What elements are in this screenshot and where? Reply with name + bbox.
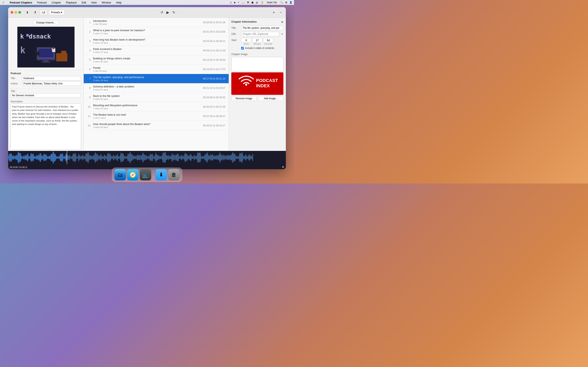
- minutes-input[interactable]: [252, 38, 262, 42]
- chapter-title-input[interactable]: [11, 93, 81, 98]
- svg-rect-416: [167, 156, 168, 159]
- close-button[interactable]: [11, 11, 13, 14]
- chapter-info-4: Parts involved in Beaker 4 mins 27 secs: [93, 48, 200, 53]
- waveform-settings-icon[interactable]: ⚙: [282, 166, 284, 168]
- menu-app-name[interactable]: Podcast Chapters: [8, 1, 34, 4]
- dock-remote-desktop[interactable]: 📺: [140, 169, 151, 180]
- play-button[interactable]: ▶: [166, 10, 169, 15]
- description-textarea[interactable]: Paul Frazee returns to discuss the evolu…: [11, 104, 81, 150]
- chapter-row-1[interactable]: 1 Introduction 1 min 39 secs 00:00:00 to…: [84, 18, 229, 27]
- svg-rect-443: [178, 154, 179, 160]
- waveform-section[interactable]: 00:16:00 / 01:06:21 ⚙: [8, 151, 286, 169]
- add-image-button[interactable]: Add Image...: [258, 96, 284, 101]
- raindrop-icon[interactable]: ◈: [234, 1, 236, 4]
- svg-rect-60: [22, 156, 22, 159]
- chapter-row-3[interactable]: 3 How long has Beaker been in developmen…: [84, 36, 229, 46]
- svg-rect-401: [161, 156, 162, 159]
- chapter-row-6[interactable]: 6 Feeds 1 min 53 secs 00:16:00 to 00:17:…: [84, 65, 229, 74]
- battery-icon[interactable]: 🔋: [261, 1, 264, 4]
- svg-rect-84: [32, 154, 32, 161]
- hours-field: Hours: [241, 38, 251, 45]
- chapter-image-section: Chapter Image PODCAST INDE: [231, 53, 283, 101]
- dock-finder[interactable]: 🗂: [114, 169, 126, 180]
- svg-rect-337: [135, 156, 135, 159]
- podcast-author-row: Author: [11, 81, 81, 86]
- svg-rect-37: [13, 156, 13, 159]
- share-export-button[interactable]: ⬆︎: [32, 10, 38, 15]
- chapter-row-4[interactable]: 4 Parts involved in Beaker 4 mins 27 sec…: [84, 46, 229, 55]
- expand-chapter-info-button[interactable]: ▶: [282, 20, 283, 23]
- menu-window[interactable]: Window: [100, 1, 112, 4]
- menu-edit[interactable]: Edit: [80, 1, 87, 4]
- speaker-button[interactable]: 📢: [40, 10, 47, 15]
- share-up-button[interactable]: ⬆: [24, 10, 30, 15]
- remove-image-button[interactable]: Remove Image: [231, 96, 257, 101]
- maximize-button[interactable]: [18, 11, 21, 14]
- add-chapter-button[interactable]: +: [271, 10, 277, 15]
- menu-playback[interactable]: Playback: [65, 1, 78, 4]
- chapter-row-11[interactable]: 11 The Beaker beta is out now! 1 min 2 s…: [84, 111, 229, 121]
- svg-rect-525: [212, 155, 212, 160]
- svg-rect-225: [89, 156, 90, 159]
- chapter-row-9[interactable]: 9 Back to the file system 3 mins 54 secs…: [84, 93, 229, 102]
- menu-chapter[interactable]: Chapter: [51, 1, 62, 4]
- svg-rect-228: [91, 156, 91, 159]
- book-icon[interactable]: 📖: [242, 1, 245, 4]
- change-artwork-button[interactable]: Change Artwork...: [33, 20, 59, 25]
- toc-checkbox[interactable]: [241, 47, 244, 50]
- dropbox-icon[interactable]: ◇: [230, 1, 232, 4]
- chapter-title-field-input[interactable]: [241, 26, 283, 30]
- search-icon[interactable]: 🔍: [280, 1, 283, 4]
- svg-rect-360: [145, 155, 145, 160]
- apple-menu[interactable]: : [2, 1, 5, 4]
- chapter-row-5[interactable]: 5 Building on things others create 2 min…: [84, 55, 229, 65]
- seconds-input[interactable]: [263, 38, 273, 42]
- dock-downloads[interactable]: ⬇: [156, 169, 167, 180]
- svg-rect-448: [181, 157, 181, 158]
- presets-button[interactable]: Presets ▾: [49, 10, 65, 15]
- chapter-row-12[interactable]: 12 How should people think about the Bea…: [84, 121, 229, 130]
- chapter-time-7: 00:17:54 to 00:21:10: [203, 77, 225, 80]
- podcast-title-input[interactable]: [22, 76, 81, 81]
- svg-rect-210: [83, 156, 84, 159]
- podcast-author-input[interactable]: [22, 81, 81, 86]
- svg-rect-412: [166, 155, 166, 161]
- menu-help[interactable]: Help: [115, 1, 123, 4]
- forward-button[interactable]: ↻: [173, 10, 175, 14]
- check-icon[interactable]: ✓: [238, 1, 240, 4]
- control-center-icon[interactable]: ⊞: [285, 1, 287, 4]
- svg-rect-215: [85, 154, 86, 160]
- volume-icon[interactable]: 🔊: [256, 1, 259, 4]
- svg-rect-376: [151, 155, 151, 160]
- menu-view[interactable]: View: [90, 1, 98, 4]
- cmd-icon[interactable]: ⌘: [247, 1, 249, 4]
- dock-safari[interactable]: 🧭: [127, 169, 139, 180]
- remove-chapter-button[interactable]: −: [278, 10, 283, 15]
- svg-rect-407: [164, 153, 164, 162]
- rewind-button[interactable]: ↺: [160, 10, 163, 14]
- svg-rect-296: [118, 157, 119, 159]
- chapter-image-display: PODCAST INDEX: [231, 72, 283, 95]
- chapter-row-7[interactable]: 7 The file system, querying, and perform…: [84, 74, 229, 83]
- chapter-row-8[interactable]: 8 Schema definition - a later problem 4 …: [84, 83, 229, 93]
- display-icon[interactable]: ▣: [251, 1, 254, 4]
- svg-rect-186: [73, 154, 74, 161]
- svg-rect-80: [30, 155, 30, 160]
- chapter-row-10[interactable]: 10 Mounting and filesystem performance 7…: [84, 102, 229, 111]
- svg-rect-604: [244, 156, 244, 159]
- chapter-url-input[interactable]: [241, 32, 279, 36]
- chapter-info-5: Building on things others create 2 mins …: [93, 57, 200, 63]
- user-icon[interactable]: 👤: [289, 1, 292, 4]
- svg-rect-157: [62, 154, 62, 161]
- svg-rect-299: [120, 156, 120, 159]
- hours-input[interactable]: [241, 38, 251, 42]
- chapter-row-2[interactable]: 2 What is a peer-to-peer browser for hac…: [84, 27, 229, 36]
- chapter-title-label: Title: [11, 90, 81, 92]
- minimize-button[interactable]: [15, 11, 17, 14]
- menu-podcast[interactable]: Podcast: [36, 1, 48, 4]
- svg-rect-459: [185, 153, 185, 162]
- url-visibility-icon[interactable]: 👁: [281, 33, 283, 35]
- dock-trash[interactable]: 🗑: [168, 169, 180, 180]
- svg-rect-467: [188, 156, 189, 159]
- svg-rect-243: [97, 154, 97, 161]
